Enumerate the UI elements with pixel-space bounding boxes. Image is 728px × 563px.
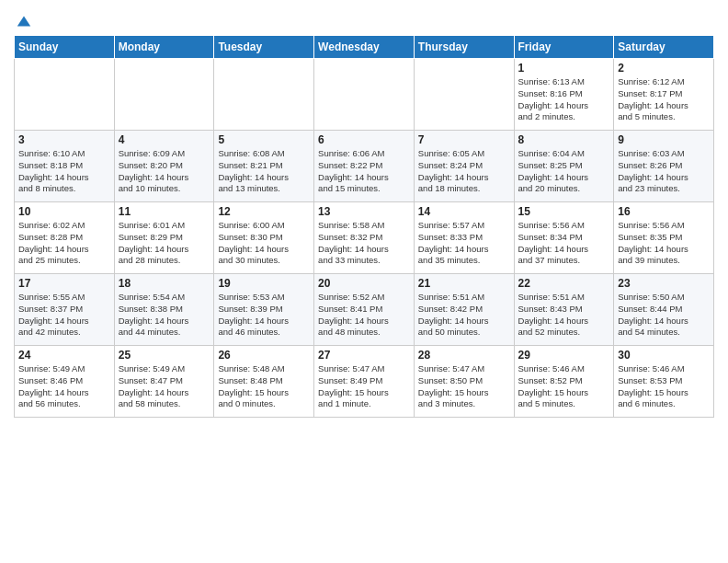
day-info: Sunrise: 6:08 AM Sunset: 8:21 PM Dayligh…	[218, 148, 310, 195]
day-number: 19	[218, 277, 310, 290]
calendar-cell: 29Sunrise: 5:46 AM Sunset: 8:52 PM Dayli…	[514, 346, 614, 418]
day-number: 9	[618, 133, 710, 146]
day-number: 5	[218, 133, 310, 146]
day-info: Sunrise: 6:04 AM Sunset: 8:25 PM Dayligh…	[518, 148, 610, 195]
calendar-header-row: SundayMondayTuesdayWednesdayThursdayFrid…	[15, 36, 714, 59]
day-info: Sunrise: 5:56 AM Sunset: 8:35 PM Dayligh…	[618, 220, 710, 267]
calendar-cell	[15, 59, 115, 131]
weekday-header: Tuesday	[214, 36, 314, 59]
day-info: Sunrise: 6:12 AM Sunset: 8:17 PM Dayligh…	[618, 76, 710, 123]
calendar-cell	[114, 59, 214, 131]
weekday-header: Wednesday	[314, 36, 415, 59]
day-number: 22	[518, 277, 610, 290]
calendar-cell	[214, 59, 314, 131]
calendar-cell: 9Sunrise: 6:03 AM Sunset: 8:26 PM Daylig…	[614, 131, 714, 202]
day-number: 21	[418, 277, 510, 290]
day-number: 20	[318, 277, 410, 290]
calendar-cell: 20Sunrise: 5:52 AM Sunset: 8:41 PM Dayli…	[314, 274, 415, 346]
day-info: Sunrise: 5:55 AM Sunset: 8:37 PM Dayligh…	[18, 292, 110, 339]
weekday-header: Thursday	[414, 36, 514, 59]
calendar-week-row: 24Sunrise: 5:49 AM Sunset: 8:46 PM Dayli…	[15, 346, 714, 418]
day-info: Sunrise: 5:57 AM Sunset: 8:33 PM Dayligh…	[418, 220, 510, 267]
calendar-cell: 25Sunrise: 5:49 AM Sunset: 8:47 PM Dayli…	[114, 346, 214, 418]
calendar-cell: 6Sunrise: 6:06 AM Sunset: 8:22 PM Daylig…	[314, 131, 415, 202]
calendar-cell: 27Sunrise: 5:47 AM Sunset: 8:49 PM Dayli…	[314, 346, 415, 418]
calendar-cell: 22Sunrise: 5:51 AM Sunset: 8:43 PM Dayli…	[514, 274, 614, 346]
calendar-cell: 18Sunrise: 5:54 AM Sunset: 8:38 PM Dayli…	[114, 274, 214, 346]
calendar-cell: 14Sunrise: 5:57 AM Sunset: 8:33 PM Dayli…	[414, 202, 514, 274]
day-number: 24	[18, 349, 110, 362]
day-number: 16	[618, 205, 710, 218]
day-info: Sunrise: 5:48 AM Sunset: 8:48 PM Dayligh…	[218, 363, 310, 410]
day-number: 17	[18, 277, 110, 290]
day-number: 27	[318, 349, 410, 362]
day-info: Sunrise: 6:09 AM Sunset: 8:20 PM Dayligh…	[119, 148, 210, 195]
day-info: Sunrise: 6:01 AM Sunset: 8:29 PM Dayligh…	[119, 220, 210, 267]
calendar-cell: 8Sunrise: 6:04 AM Sunset: 8:25 PM Daylig…	[514, 131, 614, 202]
logo	[14, 13, 32, 29]
day-number: 3	[18, 133, 110, 146]
calendar-week-row: 17Sunrise: 5:55 AM Sunset: 8:37 PM Dayli…	[15, 274, 714, 346]
weekday-header: Sunday	[15, 36, 115, 59]
calendar-cell: 11Sunrise: 6:01 AM Sunset: 8:29 PM Dayli…	[114, 202, 214, 274]
day-number: 6	[318, 133, 410, 146]
calendar-cell: 28Sunrise: 5:47 AM Sunset: 8:50 PM Dayli…	[414, 346, 514, 418]
day-info: Sunrise: 5:56 AM Sunset: 8:34 PM Dayligh…	[518, 220, 610, 267]
day-info: Sunrise: 5:54 AM Sunset: 8:38 PM Dayligh…	[119, 292, 210, 339]
page-container: SundayMondayTuesdayWednesdayThursdayFrid…	[0, 0, 728, 427]
day-number: 29	[518, 349, 610, 362]
calendar-cell	[314, 59, 415, 131]
day-number: 4	[119, 133, 210, 146]
day-info: Sunrise: 5:47 AM Sunset: 8:49 PM Dayligh…	[318, 363, 410, 410]
day-number: 8	[518, 133, 610, 146]
day-info: Sunrise: 6:02 AM Sunset: 8:28 PM Dayligh…	[18, 220, 110, 267]
day-number: 12	[218, 205, 310, 218]
day-number: 30	[618, 349, 710, 362]
day-info: Sunrise: 6:05 AM Sunset: 8:24 PM Dayligh…	[418, 148, 510, 195]
day-number: 13	[318, 205, 410, 218]
day-info: Sunrise: 5:49 AM Sunset: 8:46 PM Dayligh…	[18, 363, 110, 410]
day-info: Sunrise: 5:58 AM Sunset: 8:32 PM Dayligh…	[318, 220, 410, 267]
day-info: Sunrise: 6:00 AM Sunset: 8:30 PM Dayligh…	[218, 220, 310, 267]
day-number: 26	[218, 349, 310, 362]
calendar-cell: 13Sunrise: 5:58 AM Sunset: 8:32 PM Dayli…	[314, 202, 415, 274]
weekday-header: Monday	[114, 36, 214, 59]
calendar-cell: 26Sunrise: 5:48 AM Sunset: 8:48 PM Dayli…	[214, 346, 314, 418]
calendar-cell: 4Sunrise: 6:09 AM Sunset: 8:20 PM Daylig…	[114, 131, 214, 202]
day-number: 14	[418, 205, 510, 218]
calendar-cell: 2Sunrise: 6:12 AM Sunset: 8:17 PM Daylig…	[614, 59, 714, 131]
day-info: Sunrise: 6:10 AM Sunset: 8:18 PM Dayligh…	[18, 148, 110, 195]
day-number: 1	[518, 62, 610, 75]
day-info: Sunrise: 5:46 AM Sunset: 8:52 PM Dayligh…	[518, 363, 610, 410]
svg-marker-0	[17, 17, 30, 27]
calendar-cell: 12Sunrise: 6:00 AM Sunset: 8:30 PM Dayli…	[214, 202, 314, 274]
day-number: 23	[618, 277, 710, 290]
day-number: 18	[119, 277, 210, 290]
day-info: Sunrise: 5:53 AM Sunset: 8:39 PM Dayligh…	[218, 292, 310, 339]
calendar-cell: 24Sunrise: 5:49 AM Sunset: 8:46 PM Dayli…	[15, 346, 115, 418]
day-info: Sunrise: 5:47 AM Sunset: 8:50 PM Dayligh…	[418, 363, 510, 410]
logo-icon	[16, 13, 32, 29]
weekday-header: Saturday	[614, 36, 714, 59]
calendar-cell: 19Sunrise: 5:53 AM Sunset: 8:39 PM Dayli…	[214, 274, 314, 346]
calendar-week-row: 10Sunrise: 6:02 AM Sunset: 8:28 PM Dayli…	[15, 202, 714, 274]
calendar-table: SundayMondayTuesdayWednesdayThursdayFrid…	[14, 35, 714, 418]
day-info: Sunrise: 5:51 AM Sunset: 8:42 PM Dayligh…	[418, 292, 510, 339]
day-info: Sunrise: 5:46 AM Sunset: 8:53 PM Dayligh…	[618, 363, 710, 410]
calendar-cell: 30Sunrise: 5:46 AM Sunset: 8:53 PM Dayli…	[614, 346, 714, 418]
day-info: Sunrise: 5:51 AM Sunset: 8:43 PM Dayligh…	[518, 292, 610, 339]
calendar-cell: 16Sunrise: 5:56 AM Sunset: 8:35 PM Dayli…	[614, 202, 714, 274]
day-info: Sunrise: 6:06 AM Sunset: 8:22 PM Dayligh…	[318, 148, 410, 195]
day-number: 10	[18, 205, 110, 218]
calendar-cell: 23Sunrise: 5:50 AM Sunset: 8:44 PM Dayli…	[614, 274, 714, 346]
calendar-week-row: 3Sunrise: 6:10 AM Sunset: 8:18 PM Daylig…	[15, 131, 714, 202]
header	[14, 9, 714, 29]
day-number: 15	[518, 205, 610, 218]
calendar-cell: 21Sunrise: 5:51 AM Sunset: 8:42 PM Dayli…	[414, 274, 514, 346]
calendar-cell	[414, 59, 514, 131]
day-number: 11	[119, 205, 210, 218]
calendar-cell: 7Sunrise: 6:05 AM Sunset: 8:24 PM Daylig…	[414, 131, 514, 202]
calendar-cell: 10Sunrise: 6:02 AM Sunset: 8:28 PM Dayli…	[15, 202, 115, 274]
calendar-cell: 15Sunrise: 5:56 AM Sunset: 8:34 PM Dayli…	[514, 202, 614, 274]
calendar-cell: 5Sunrise: 6:08 AM Sunset: 8:21 PM Daylig…	[214, 131, 314, 202]
